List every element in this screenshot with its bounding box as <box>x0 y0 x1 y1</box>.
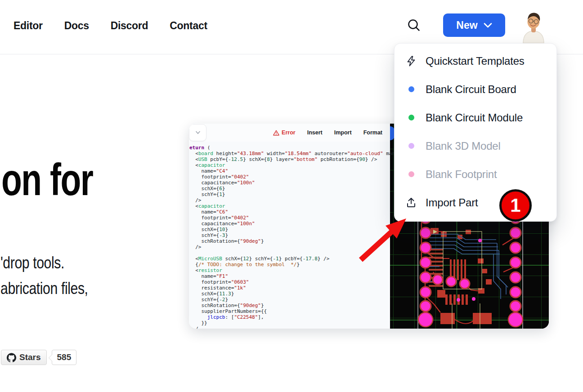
color-dot <box>408 86 414 92</box>
editor-menu-format[interactable]: Format <box>358 129 388 136</box>
dropdown-item-label: Blank 3D Model <box>426 140 501 152</box>
github-stars-widget: Stars 585 <box>1 350 76 365</box>
template-dot-icon <box>405 112 417 124</box>
dropdown-item-import-part[interactable]: Import Part <box>395 188 556 217</box>
dropdown-item-blank-circuit-board[interactable]: Blank Circuit Board <box>395 75 556 103</box>
code-content: eturn ( <board height="43.18mm" width="1… <box>189 142 390 329</box>
dropdown-item-blank-3d-model[interactable]: Blank 3D Model <box>395 132 556 160</box>
editor-toolbar: Error InsertImportFormat <box>189 124 390 142</box>
dropdown-item-blank-circuit-module[interactable]: Blank Circuit Module <box>395 103 556 132</box>
code-editor-pane: Error InsertImportFormat eturn ( <board … <box>189 124 390 329</box>
warning-icon <box>273 130 279 136</box>
template-dot-icon <box>405 140 417 152</box>
main-nav: EditorDocsDiscordContact <box>13 0 207 51</box>
color-dot <box>408 115 414 120</box>
color-dot <box>408 171 414 177</box>
github-star-count[interactable]: 585 <box>52 350 77 365</box>
hero-subtext: 'drop tools. abrication files, <box>0 250 88 301</box>
file-tab[interactable] <box>189 124 206 141</box>
nav-link-contact[interactable]: Contact <box>170 20 207 32</box>
hero-headline-fragment: on for <box>1 154 93 205</box>
dropdown-items: Quickstart TemplatesBlank Circuit BoardB… <box>395 47 556 217</box>
search-icon <box>406 18 422 34</box>
new-dropdown-menu: Quickstart TemplatesBlank Circuit BoardB… <box>394 43 557 222</box>
color-dot <box>408 143 414 149</box>
template-dot-icon <box>405 169 417 180</box>
nav-link-docs[interactable]: Docs <box>64 20 89 32</box>
dropdown-item-label: Import Part <box>426 196 478 209</box>
upload-icon <box>405 197 417 209</box>
error-label: Error <box>282 129 296 136</box>
dropdown-item-quickstart-templates[interactable]: Quickstart Templates <box>395 47 556 75</box>
editor-menu-items: InsertImportFormat <box>301 129 388 136</box>
github-stars-label: Stars <box>19 352 41 362</box>
nav-link-editor[interactable]: Editor <box>13 20 43 32</box>
editor-menu-import[interactable]: Import <box>328 129 358 136</box>
new-button-label: New <box>456 19 477 31</box>
lightning-icon <box>405 55 417 67</box>
new-button[interactable]: New <box>443 13 505 37</box>
dropdown-item-label: Blank Circuit Board <box>426 83 516 96</box>
dropdown-item-label: Blank Circuit Module <box>426 111 523 124</box>
chevron-down-icon <box>484 22 492 28</box>
hero-subtext-line2: abrication files, <box>0 276 88 301</box>
nav-link-discord[interactable]: Discord <box>111 20 148 32</box>
chevron-down-icon <box>196 131 200 134</box>
template-dot-icon <box>405 84 417 95</box>
error-indicator[interactable]: Error <box>267 129 301 136</box>
hero-subtext-line1: 'drop tools. <box>0 250 88 276</box>
step-badge: 1 <box>499 189 532 222</box>
dropdown-item-label: Blank Footprint <box>426 168 497 181</box>
editor-menu-insert[interactable]: Insert <box>301 129 328 136</box>
github-icon <box>7 353 16 362</box>
github-stars-button[interactable]: Stars <box>1 350 47 365</box>
dropdown-item-label: Quickstart Templates <box>426 55 525 67</box>
dropdown-item-blank-footprint[interactable]: Blank Footprint <box>395 160 556 188</box>
user-avatar[interactable] <box>519 11 548 43</box>
search-button[interactable] <box>405 17 422 34</box>
